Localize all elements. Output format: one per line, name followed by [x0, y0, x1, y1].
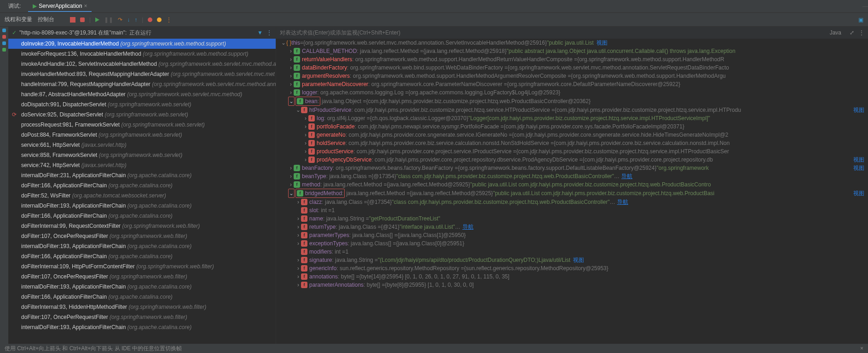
tree-arrow-icon[interactable]: › [295, 272, 301, 281]
tree-arrow-icon[interactable]: › [288, 72, 294, 80]
view-link[interactable]: 视图 [853, 106, 864, 114]
tree-arrow-icon[interactable]: › [295, 223, 301, 231]
variable-row[interactable]: fmodifiers: int = 1 [278, 248, 868, 256]
tree-arrow-icon[interactable]: › [295, 281, 301, 289]
expand-vars-icon[interactable]: ⤢ [850, 29, 854, 36]
variable-row[interactable]: ›fportfolioFacade: com.jdjr.haiyi.pms.ne… [278, 122, 868, 131]
navigate-link[interactable]: 导航 [463, 223, 474, 231]
stack-frame[interactable]: doFilter:107, OncePerRequestFilter (org.… [8, 231, 276, 241]
evaluate-expression-input[interactable] [280, 29, 694, 36]
variable-row[interactable]: ›fname: java.lang.String = "getProductDu… [278, 214, 868, 223]
stack-frame[interactable]: service:742, HttpServlet (javax.servlet.… [8, 160, 276, 170]
stop-record-icon[interactable] [80, 17, 85, 22]
stack-frame[interactable]: processRequest:981, FrameworkServlet (or… [8, 120, 276, 130]
app-tab[interactable]: ▶ ServerApplication × [28, 1, 92, 12]
sidebar-sq-2[interactable] [2, 35, 6, 39]
footer-close-icon[interactable]: × [860, 345, 863, 352]
stack-frame[interactable]: invokeForRequest:136, InvocableHandlerMe… [8, 49, 276, 59]
tree-arrow-icon[interactable]: › [303, 131, 308, 139]
breakpoint-icon[interactable] [148, 17, 152, 22]
tree-arrow-icon[interactable]: › [303, 114, 308, 122]
stop-icon[interactable] [70, 17, 75, 23]
stack-frame[interactable]: doFilterInternal:109, HttpPutFormContent… [8, 261, 276, 272]
variable-row[interactable]: ⌄fbridgedMethod: java.lang.reflect.Metho… [278, 189, 868, 198]
stack-frames-list[interactable]: doInvoke:209, InvocableHandlerMethod (or… [8, 39, 276, 344]
view-link[interactable]: 视图 [573, 257, 584, 263]
stack-frame[interactable]: doInvoke:209, InvocableHandlerMethod (or… [8, 39, 276, 49]
tree-arrow-icon[interactable]: ⌄ [288, 189, 295, 198]
tree-arrow-icon[interactable]: › [295, 198, 301, 206]
stack-frame[interactable]: invokeHandlerMethod:893, RequestMappingH… [8, 69, 276, 79]
variable-row[interactable]: ›freturnType: java.lang.Class = {@241} "… [278, 223, 868, 231]
more-frames-icon[interactable]: ⋮ [266, 29, 272, 36]
stack-frame[interactable]: doFilterInternal:99, RequestContextFilte… [8, 221, 276, 231]
variable-row[interactable]: ›fprodAgencyDbService: com.jdjr.haiyi.pm… [278, 156, 868, 164]
stack-frame[interactable]: doFilter:166, ApplicationFilterChain (or… [8, 251, 276, 261]
stack-frame[interactable]: internalDoFilter:193, ApplicationFilterC… [8, 282, 276, 292]
tree-arrow-icon[interactable] [295, 206, 301, 214]
threads-vars-tab[interactable]: 线程和变量 [5, 16, 32, 23]
stack-frame[interactable]: doFilter:107, OncePerRequestFilter (org.… [8, 272, 276, 282]
stack-frame[interactable]: doFilter:166, ApplicationFilterChain (or… [8, 211, 276, 221]
variable-row[interactable]: ⌄fhtProductService: com.jdjr.haiyi.pms.p… [278, 106, 868, 114]
minimize-icon[interactable]: — [862, 3, 868, 10]
variable-row[interactable]: fslot: int = 1 [278, 206, 868, 214]
view-link[interactable]: 视图 [596, 40, 608, 46]
tree-arrow-icon[interactable]: ⌄ [288, 97, 295, 106]
stack-frame[interactable]: doPost:884, FrameworkServlet (org.spring… [8, 130, 276, 140]
variable-row[interactable]: ›fparameterNameDiscoverer: org.springfra… [278, 80, 868, 88]
variable-row[interactable]: ›fgenericInfo: sun.reflect.generics.repo… [278, 264, 868, 272]
navigate-link[interactable]: 导航 [617, 198, 628, 206]
stack-frame[interactable]: internalDoFilter:231, ApplicationFilterC… [8, 170, 276, 180]
variable-row[interactable]: ›fbeanFactory: org.springframework.beans… [278, 164, 868, 172]
tree-arrow-icon[interactable]: › [288, 172, 294, 180]
step-into-icon[interactable]: ↓ [127, 17, 130, 23]
sidebar-sq-3[interactable] [2, 41, 6, 45]
stack-frame[interactable]: doFilter:166, ApplicationFilterChain (or… [8, 180, 276, 191]
view-link[interactable]: 视图 [853, 156, 864, 164]
tree-arrow-icon[interactable]: › [295, 239, 301, 248]
layout-icon[interactable]: ▣ [858, 17, 863, 23]
tree-arrow-icon[interactable]: › [288, 164, 294, 172]
stack-frame[interactable]: handle:87, AbstractHandlerMethodAdapter … [8, 89, 276, 99]
variable-row[interactable]: ›fgenerateNo: com.jdjr.haiyi.pms.provide… [278, 131, 868, 139]
tree-arrow-icon[interactable]: › [303, 147, 308, 156]
variable-row[interactable]: ›fholdService: com.jdjr.haiyi.pms.provid… [278, 139, 868, 147]
tree-arrow-icon[interactable]: › [295, 264, 301, 272]
close-icon[interactable]: × [84, 3, 87, 9]
tree-arrow-icon[interactable]: › [303, 139, 308, 147]
tree-arrow-icon[interactable]: › [288, 55, 294, 64]
variable-row[interactable]: ›fproductService: com.jdjr.haiyi.pms.pro… [278, 147, 868, 156]
view-link[interactable]: 视图 [853, 189, 864, 197]
tree-arrow-icon[interactable]: › [295, 231, 301, 239]
view-link[interactable]: 视图 [853, 164, 864, 172]
tree-arrow-icon[interactable]: › [288, 88, 294, 97]
stack-frame[interactable]: doFilter:107, OncePerRequestFilter (org.… [8, 312, 276, 322]
console-tab[interactable]: 控制台 [38, 16, 54, 23]
tree-arrow-icon[interactable]: › [288, 47, 294, 55]
sidebar-sq-4[interactable] [2, 48, 6, 52]
tree-arrow-icon[interactable]: › [303, 122, 308, 131]
tree-arrow-icon[interactable]: › [288, 180, 294, 189]
lang-label[interactable]: Java [830, 29, 841, 36]
resume-icon[interactable] [95, 17, 99, 22]
stack-frame[interactable]: internalDoFilter:193, ApplicationFilterC… [8, 322, 276, 332]
tree-arrow-icon[interactable]: ⌄ [295, 106, 301, 114]
variable-row[interactable]: ›fclazz: java.lang.Class = {@17354} "cla… [278, 198, 868, 206]
tree-arrow-icon[interactable]: › [303, 156, 308, 164]
more-icon[interactable]: ⋮ [166, 17, 172, 23]
variable-row[interactable]: ›fparameterAnnotations: byte[] = {byte[8… [278, 281, 868, 289]
variable-row[interactable]: ›fexceptionTypes: java.lang.Class[] = {j… [278, 239, 868, 248]
stack-frame[interactable]: ⟳doService:925, DispatcherServlet (org.s… [8, 110, 276, 120]
variable-row[interactable]: ›fparameterTypes: java.lang.Class[] = {j… [278, 231, 868, 239]
step-out-icon[interactable]: ↑ [134, 17, 137, 23]
filter-icon[interactable]: ▼ [257, 29, 263, 36]
tree-arrow-icon[interactable] [295, 248, 301, 256]
navigate-link[interactable]: 导航 [621, 172, 632, 180]
stack-frame[interactable]: doFilterInternal:93, HiddenHttpMethodFil… [8, 302, 276, 312]
variable-row[interactable]: ›flog: org.slf4j.Logger = {ch.qos.logbac… [278, 114, 868, 122]
tree-arrow-icon[interactable]: › [288, 80, 294, 88]
stack-frame[interactable]: service:661, HttpServlet (javax.servlet.… [8, 140, 276, 150]
variable-row[interactable]: ›fsignature: java.lang.String = "(Lcom/j… [278, 256, 868, 264]
step-over-icon[interactable]: ↷ [118, 17, 122, 23]
